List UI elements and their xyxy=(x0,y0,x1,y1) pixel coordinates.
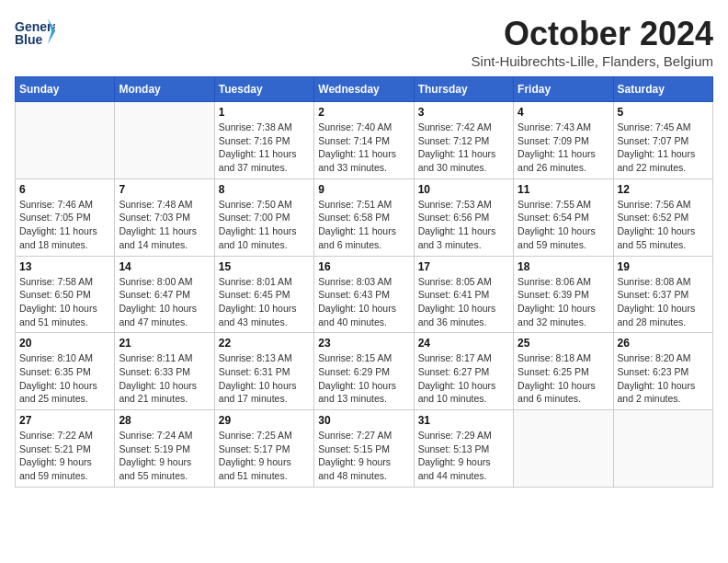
day-info: Sunrise: 7:53 AMSunset: 6:56 PMDaylight:… xyxy=(418,198,509,252)
svg-text:Blue: Blue xyxy=(15,32,43,47)
day-number: 25 xyxy=(518,337,609,350)
day-number: 20 xyxy=(19,337,110,350)
day-number: 30 xyxy=(318,414,409,427)
calendar-cell: 10Sunrise: 7:53 AMSunset: 6:56 PMDayligh… xyxy=(414,178,513,256)
calendar-cell: 14Sunrise: 8:00 AMSunset: 6:47 PMDayligh… xyxy=(115,256,214,333)
day-info: Sunrise: 7:43 AMSunset: 7:09 PMDaylight:… xyxy=(518,121,609,175)
day-info: Sunrise: 7:40 AMSunset: 7:14 PMDaylight:… xyxy=(318,121,409,175)
day-info: Sunrise: 8:01 AMSunset: 6:45 PMDaylight:… xyxy=(219,275,310,329)
location-title: Sint-Huibrechts-Lille, Flanders, Belgium xyxy=(472,53,713,69)
calendar-cell xyxy=(16,102,115,179)
calendar-cell: 6Sunrise: 7:46 AMSunset: 7:05 PMDaylight… xyxy=(16,178,115,256)
calendar-cell: 28Sunrise: 7:24 AMSunset: 5:19 PMDayligh… xyxy=(115,410,214,488)
calendar-cell: 12Sunrise: 7:56 AMSunset: 6:52 PMDayligh… xyxy=(613,178,712,256)
week-row-3: 13Sunrise: 7:58 AMSunset: 6:50 PMDayligh… xyxy=(16,256,713,333)
calendar-cell: 17Sunrise: 8:05 AMSunset: 6:41 PMDayligh… xyxy=(414,256,513,333)
calendar-cell: 4Sunrise: 7:43 AMSunset: 7:09 PMDaylight… xyxy=(514,102,613,179)
weekday-row: SundayMondayTuesdayWednesdayThursdayFrid… xyxy=(16,77,713,102)
logo: General Blue xyxy=(15,15,59,48)
day-number: 24 xyxy=(418,337,509,350)
week-row-1: 1Sunrise: 7:38 AMSunset: 7:16 PMDaylight… xyxy=(16,102,713,179)
calendar-cell: 30Sunrise: 7:27 AMSunset: 5:15 PMDayligh… xyxy=(314,410,414,488)
calendar-cell: 25Sunrise: 8:18 AMSunset: 6:25 PMDayligh… xyxy=(514,333,613,410)
day-number: 21 xyxy=(119,337,210,350)
weekday-header-friday: Friday xyxy=(514,77,613,102)
day-info: Sunrise: 8:13 AMSunset: 6:31 PMDaylight:… xyxy=(219,351,310,406)
day-number: 10 xyxy=(418,183,509,196)
day-number: 9 xyxy=(318,183,409,196)
calendar-cell: 21Sunrise: 8:11 AMSunset: 6:33 PMDayligh… xyxy=(115,333,214,410)
day-number: 19 xyxy=(618,260,709,273)
calendar-cell: 2Sunrise: 7:40 AMSunset: 7:14 PMDaylight… xyxy=(314,102,414,179)
day-info: Sunrise: 7:45 AMSunset: 7:07 PMDaylight:… xyxy=(618,121,709,175)
day-number: 5 xyxy=(618,106,709,119)
day-number: 22 xyxy=(219,337,310,350)
day-info: Sunrise: 7:22 AMSunset: 5:21 PMDaylight:… xyxy=(19,429,110,483)
day-info: Sunrise: 8:00 AMSunset: 6:47 PMDaylight:… xyxy=(119,275,210,329)
day-info: Sunrise: 7:24 AMSunset: 5:19 PMDaylight:… xyxy=(119,429,210,483)
calendar-cell: 23Sunrise: 8:15 AMSunset: 6:29 PMDayligh… xyxy=(314,333,414,410)
calendar-cell xyxy=(115,102,214,179)
calendar-cell: 26Sunrise: 8:20 AMSunset: 6:23 PMDayligh… xyxy=(613,333,712,410)
day-info: Sunrise: 8:08 AMSunset: 6:37 PMDaylight:… xyxy=(618,275,709,329)
logo-icon: General Blue xyxy=(15,15,55,48)
day-info: Sunrise: 7:58 AMSunset: 6:50 PMDaylight:… xyxy=(19,275,110,329)
calendar-cell: 16Sunrise: 8:03 AMSunset: 6:43 PMDayligh… xyxy=(314,256,414,333)
calendar-cell: 13Sunrise: 7:58 AMSunset: 6:50 PMDayligh… xyxy=(16,256,115,333)
calendar-cell: 1Sunrise: 7:38 AMSunset: 7:16 PMDaylight… xyxy=(214,102,313,179)
day-number: 15 xyxy=(219,260,310,273)
day-number: 1 xyxy=(219,106,310,119)
day-info: Sunrise: 8:17 AMSunset: 6:27 PMDaylight:… xyxy=(418,351,509,406)
day-number: 7 xyxy=(119,183,210,196)
day-info: Sunrise: 8:06 AMSunset: 6:39 PMDaylight:… xyxy=(518,275,609,329)
calendar-cell: 19Sunrise: 8:08 AMSunset: 6:37 PMDayligh… xyxy=(613,256,712,333)
day-number: 2 xyxy=(318,106,409,119)
day-info: Sunrise: 7:46 AMSunset: 7:05 PMDaylight:… xyxy=(19,198,110,252)
day-number: 23 xyxy=(318,337,409,350)
calendar-cell: 20Sunrise: 8:10 AMSunset: 6:35 PMDayligh… xyxy=(16,333,115,410)
day-number: 4 xyxy=(518,106,609,119)
day-info: Sunrise: 7:55 AMSunset: 6:54 PMDaylight:… xyxy=(518,198,609,252)
weekday-header-tuesday: Tuesday xyxy=(214,77,313,102)
calendar-cell xyxy=(613,410,712,488)
calendar-table: SundayMondayTuesdayWednesdayThursdayFrid… xyxy=(15,76,713,488)
calendar-cell: 8Sunrise: 7:50 AMSunset: 7:00 PMDaylight… xyxy=(214,178,313,256)
month-title: October 2024 xyxy=(472,15,713,53)
day-info: Sunrise: 7:56 AMSunset: 6:52 PMDaylight:… xyxy=(618,198,709,252)
title-block: October 2024 Sint-Huibrechts-Lille, Flan… xyxy=(472,15,713,69)
calendar-cell: 7Sunrise: 7:48 AMSunset: 7:03 PMDaylight… xyxy=(115,178,214,256)
calendar-cell: 11Sunrise: 7:55 AMSunset: 6:54 PMDayligh… xyxy=(514,178,613,256)
day-info: Sunrise: 7:25 AMSunset: 5:17 PMDaylight:… xyxy=(219,429,310,483)
calendar-cell xyxy=(514,410,613,488)
week-row-5: 27Sunrise: 7:22 AMSunset: 5:21 PMDayligh… xyxy=(16,410,713,488)
calendar-cell: 15Sunrise: 8:01 AMSunset: 6:45 PMDayligh… xyxy=(214,256,313,333)
day-info: Sunrise: 7:48 AMSunset: 7:03 PMDaylight:… xyxy=(119,198,210,252)
day-number: 18 xyxy=(518,260,609,273)
day-info: Sunrise: 8:20 AMSunset: 6:23 PMDaylight:… xyxy=(618,351,709,406)
calendar-body: 1Sunrise: 7:38 AMSunset: 7:16 PMDaylight… xyxy=(16,102,713,488)
calendar-cell: 22Sunrise: 8:13 AMSunset: 6:31 PMDayligh… xyxy=(214,333,313,410)
day-number: 26 xyxy=(618,337,709,350)
weekday-header-thursday: Thursday xyxy=(414,77,513,102)
calendar-cell: 18Sunrise: 8:06 AMSunset: 6:39 PMDayligh… xyxy=(514,256,613,333)
calendar-cell: 29Sunrise: 7:25 AMSunset: 5:17 PMDayligh… xyxy=(214,410,313,488)
header: General Blue October 2024 Sint-Huibrecht… xyxy=(15,15,713,69)
weekday-header-saturday: Saturday xyxy=(613,77,712,102)
week-row-2: 6Sunrise: 7:46 AMSunset: 7:05 PMDaylight… xyxy=(16,178,713,256)
day-info: Sunrise: 8:11 AMSunset: 6:33 PMDaylight:… xyxy=(119,351,210,406)
day-number: 12 xyxy=(618,183,709,196)
weekday-header-wednesday: Wednesday xyxy=(314,77,414,102)
day-number: 8 xyxy=(219,183,310,196)
week-row-4: 20Sunrise: 8:10 AMSunset: 6:35 PMDayligh… xyxy=(16,333,713,410)
day-info: Sunrise: 8:18 AMSunset: 6:25 PMDaylight:… xyxy=(518,351,609,406)
calendar-cell: 31Sunrise: 7:29 AMSunset: 5:13 PMDayligh… xyxy=(414,410,513,488)
day-number: 16 xyxy=(318,260,409,273)
day-number: 11 xyxy=(518,183,609,196)
weekday-header-monday: Monday xyxy=(115,77,214,102)
day-info: Sunrise: 8:15 AMSunset: 6:29 PMDaylight:… xyxy=(318,351,409,406)
calendar-header: SundayMondayTuesdayWednesdayThursdayFrid… xyxy=(16,77,713,102)
calendar-cell: 27Sunrise: 7:22 AMSunset: 5:21 PMDayligh… xyxy=(16,410,115,488)
day-number: 17 xyxy=(418,260,509,273)
day-number: 6 xyxy=(19,183,110,196)
day-number: 28 xyxy=(119,414,210,427)
